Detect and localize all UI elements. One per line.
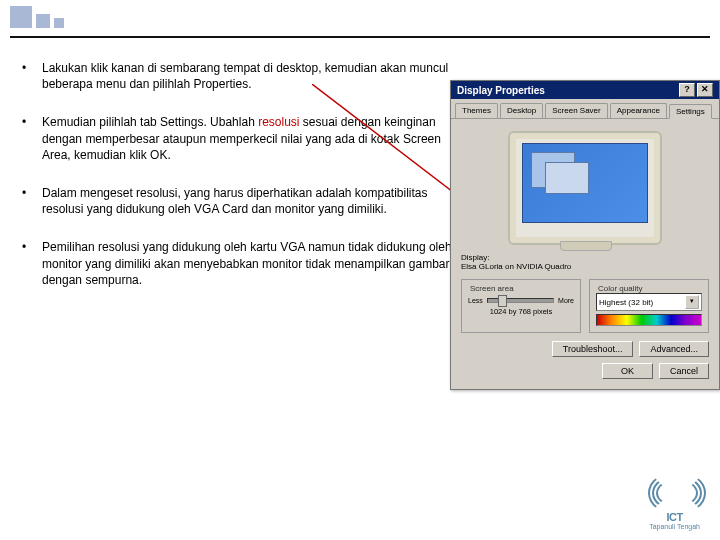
- color-label: Color quality: [596, 284, 644, 293]
- color-value: Highest (32 bit): [599, 298, 653, 307]
- bullet-item: •Dalam mengeset resolusi, yang harus dip…: [20, 185, 460, 217]
- header-rule: [10, 36, 710, 38]
- bullet-text: Dalam mengeset resolusi, yang harus dipe…: [42, 185, 460, 217]
- sq-med: [36, 14, 50, 28]
- tab-appearance[interactable]: Appearance: [610, 103, 667, 118]
- advanced-button[interactable]: Advanced...: [639, 341, 709, 357]
- slider-more: More: [558, 297, 574, 304]
- tab-row: ThemesDesktopScreen SaverAppearanceSetti…: [451, 99, 719, 119]
- slider-less: Less: [468, 297, 483, 304]
- color-combo[interactable]: Highest (32 bit) ▾: [596, 293, 702, 311]
- tab-screen-saver[interactable]: Screen Saver: [545, 103, 607, 118]
- ict-logo: ICT Tapanuli Tengah: [649, 473, 700, 530]
- tab-settings[interactable]: Settings: [669, 104, 712, 119]
- monitor-preview: [508, 131, 662, 245]
- display-properties-dialog: Display Properties ? ✕ ThemesDesktopScre…: [450, 80, 720, 390]
- bullet-text: Pemilihan resolusi yang didukung oleh ka…: [42, 239, 460, 288]
- tab-themes[interactable]: Themes: [455, 103, 498, 118]
- screen-area-fieldset: Screen area Less More 1024 by 768 pixels: [461, 279, 581, 333]
- display-value: Elsa GLoria on NVIDIA Quadro: [461, 262, 709, 271]
- display-label: Display:: [461, 253, 709, 262]
- bullet-item: •Kemudian pilihlah tab Settings. Ubahlah…: [20, 114, 460, 163]
- bullet-text: Kemudian pilihlah tab Settings. Ubahlah …: [42, 114, 460, 163]
- screen-area-label: Screen area: [468, 284, 516, 293]
- dialog-title: Display Properties: [457, 85, 545, 96]
- cancel-button[interactable]: Cancel: [659, 363, 709, 379]
- highlight-resolusi: resolusi: [258, 115, 299, 129]
- bullet-dot: •: [20, 185, 28, 217]
- color-fieldset: Color quality Highest (32 bit) ▾: [589, 279, 709, 333]
- troubleshoot-button[interactable]: Troubleshoot...: [552, 341, 634, 357]
- dialog-body: Display: Elsa GLoria on NVIDIA Quadro Sc…: [451, 119, 719, 389]
- help-button[interactable]: ?: [679, 83, 695, 97]
- dialog-titlebar: Display Properties ? ✕: [451, 81, 719, 99]
- tab-desktop[interactable]: Desktop: [500, 103, 543, 118]
- header-decor: [10, 6, 64, 28]
- chevron-down-icon: ▾: [685, 295, 699, 309]
- close-button[interactable]: ✕: [697, 83, 713, 97]
- sq-small: [54, 18, 64, 28]
- bullet-dot: •: [20, 60, 28, 92]
- bullet-item: •Pemilihan resolusi yang didukung oleh k…: [20, 239, 460, 288]
- bullet-text: Lakukan klik kanan di sembarang tempat d…: [42, 60, 460, 92]
- resolution-slider[interactable]: [487, 298, 554, 303]
- ok-button[interactable]: OK: [602, 363, 653, 379]
- logo-subtitle: Tapanuli Tengah: [649, 523, 700, 530]
- color-preview: [596, 314, 702, 326]
- bullet-item: •Lakukan klik kanan di sembarang tempat …: [20, 60, 460, 92]
- bullet-dot: •: [20, 239, 28, 288]
- sq-large: [10, 6, 32, 28]
- main-text: •Lakukan klik kanan di sembarang tempat …: [0, 60, 460, 310]
- resolution-value: 1024 by 768 pixels: [468, 307, 574, 316]
- bullet-dot: •: [20, 114, 28, 163]
